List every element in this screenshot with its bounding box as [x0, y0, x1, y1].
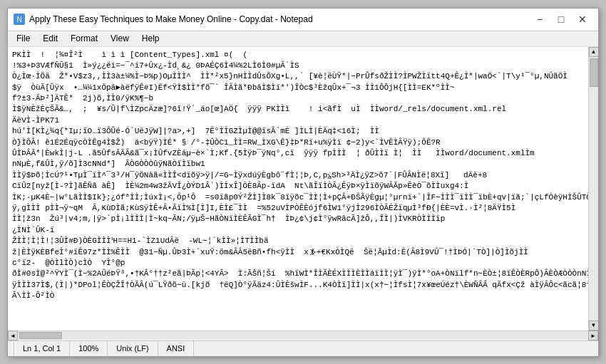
status-encoding: ANSI	[158, 341, 195, 356]
text-editor[interactable]: PKÌÌ ! ¦¾¤Î²Ì ì ì ì [Content_Types].xml …	[8, 47, 588, 331]
scroll-left-button[interactable]: ◄	[8, 331, 18, 340]
menu-file[interactable]: File	[11, 32, 36, 45]
scroll-down-button[interactable]: ▼	[589, 321, 599, 331]
title-bar-left: N Apply These Easy Techniques to Make Mo…	[14, 14, 313, 25]
window-controls: − □ ✕	[530, 11, 592, 27]
status-bar: Ln 1, Col 1 100% Unix (LF) ANSI	[8, 340, 598, 356]
menu-view[interactable]: View	[105, 32, 135, 45]
status-line-ending: Unix (LF)	[108, 341, 158, 356]
scroll-thumb[interactable]	[590, 58, 598, 87]
scroll-right-button[interactable]: ►	[588, 331, 598, 340]
status-line-col: Ln 1, Col 1	[14, 341, 70, 356]
scroll-track[interactable]	[589, 57, 598, 321]
window-title: Apply These Easy Techniques to Make Mone…	[29, 14, 313, 24]
vertical-scrollbar[interactable]: ▲ ▼	[588, 47, 598, 331]
app-icon: N	[14, 14, 25, 25]
title-bar: N Apply These Easy Techniques to Make Mo…	[8, 9, 598, 31]
minimize-button[interactable]: −	[530, 11, 550, 27]
menu-bar: File Edit Format View Help	[8, 31, 598, 47]
notepad-window: N Apply These Easy Techniques to Make Mo…	[7, 8, 599, 357]
h-scroll-thumb[interactable]	[19, 332, 62, 339]
content-area: PKÌÌ ! ¦¾¤Î²Ì ì ì ì [Content_Types].xml …	[8, 47, 598, 331]
menu-format[interactable]: Format	[65, 32, 103, 45]
status-zoom: 100%	[70, 341, 108, 356]
horizontal-scrollbar[interactable]: ◄ ►	[8, 331, 598, 340]
close-button[interactable]: ✕	[572, 11, 592, 27]
menu-edit[interactable]: Edit	[37, 32, 63, 45]
menu-help[interactable]: Help	[136, 32, 165, 45]
h-scroll-track[interactable]	[18, 331, 588, 340]
maximize-button[interactable]: □	[551, 11, 571, 27]
scroll-up-button[interactable]: ▲	[589, 47, 599, 57]
